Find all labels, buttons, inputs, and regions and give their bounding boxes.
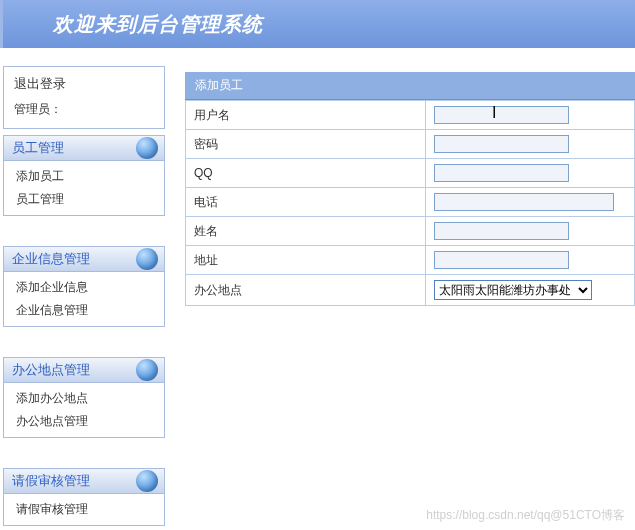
nav-body: 请假审核管理 [3, 494, 165, 526]
label-address: 地址 [186, 246, 426, 275]
sidebar-item-manage-employee[interactable]: 员工管理 [4, 188, 164, 211]
label-office: 办公地点 [186, 275, 426, 306]
select-office[interactable]: 太阳雨太阳能潍坊办事处 [434, 280, 592, 300]
input-address[interactable] [434, 251, 569, 269]
form-row-phone: 电话 [186, 188, 635, 217]
globe-icon [136, 470, 158, 492]
label-password: 密码 [186, 130, 426, 159]
input-qq[interactable] [434, 164, 569, 182]
admin-label: 管理员： [14, 101, 154, 118]
label-username: 用户名 [186, 101, 426, 130]
nav-title: 企业信息管理 [12, 250, 90, 268]
sidebar-item-add-office[interactable]: 添加办公地点 [4, 387, 164, 410]
nav-body: 添加办公地点 办公地点管理 [3, 383, 165, 438]
nav-header-company[interactable]: 企业信息管理 [3, 246, 165, 272]
content-area: 添加员工 用户名 I 密码 QQ 电话 姓名 [185, 66, 635, 530]
sidebar-item-manage-leave[interactable]: 请假审核管理 [4, 498, 164, 521]
globe-icon [136, 248, 158, 270]
nav-group-employee: 员工管理 添加员工 员工管理 [3, 135, 165, 216]
globe-icon [136, 359, 158, 381]
sidebar-item-manage-company[interactable]: 企业信息管理 [4, 299, 164, 322]
nav-header-employee[interactable]: 员工管理 [3, 135, 165, 161]
input-name[interactable] [434, 222, 569, 240]
input-password[interactable] [434, 135, 569, 153]
form-table: 用户名 I 密码 QQ 电话 姓名 [185, 100, 635, 306]
sidebar-item-add-employee[interactable]: 添加员工 [4, 165, 164, 188]
form-row-name: 姓名 [186, 217, 635, 246]
sidebar-item-add-company[interactable]: 添加企业信息 [4, 276, 164, 299]
nav-body: 添加员工 员工管理 [3, 161, 165, 216]
header-title: 欢迎来到后台管理系统 [53, 11, 263, 38]
nav-header-office[interactable]: 办公地点管理 [3, 357, 165, 383]
label-phone: 电话 [186, 188, 426, 217]
form-row-office: 办公地点 太阳雨太阳能潍坊办事处 [186, 275, 635, 306]
input-username[interactable] [434, 106, 569, 124]
input-phone[interactable] [434, 193, 614, 211]
form-row-address: 地址 [186, 246, 635, 275]
nav-group-office: 办公地点管理 添加办公地点 办公地点管理 [3, 357, 165, 438]
sidebar: 退出登录 管理员： 员工管理 添加员工 员工管理 企业信息管理 添加企业信息 企… [3, 66, 165, 530]
logout-panel: 退出登录 管理员： [3, 66, 165, 129]
app-header: 欢迎来到后台管理系统 [0, 0, 635, 48]
nav-body: 添加企业信息 企业信息管理 [3, 272, 165, 327]
form-title: 添加员工 [185, 72, 635, 100]
watermark: https://blog.csdn.net/qq@51CTO博客 [426, 507, 625, 524]
nav-group-company: 企业信息管理 添加企业信息 企业信息管理 [3, 246, 165, 327]
form-row-username: 用户名 I [186, 101, 635, 130]
nav-title: 请假审核管理 [12, 472, 90, 490]
form-row-password: 密码 [186, 130, 635, 159]
label-name: 姓名 [186, 217, 426, 246]
form-row-qq: QQ [186, 159, 635, 188]
label-qq: QQ [186, 159, 426, 188]
globe-icon [136, 137, 158, 159]
main-layout: 退出登录 管理员： 员工管理 添加员工 员工管理 企业信息管理 添加企业信息 企… [0, 48, 635, 530]
nav-group-leave: 请假审核管理 请假审核管理 [3, 468, 165, 526]
logout-link[interactable]: 退出登录 [14, 75, 154, 93]
nav-title: 办公地点管理 [12, 361, 90, 379]
nav-title: 员工管理 [12, 139, 64, 157]
sidebar-item-manage-office[interactable]: 办公地点管理 [4, 410, 164, 433]
nav-header-leave[interactable]: 请假审核管理 [3, 468, 165, 494]
